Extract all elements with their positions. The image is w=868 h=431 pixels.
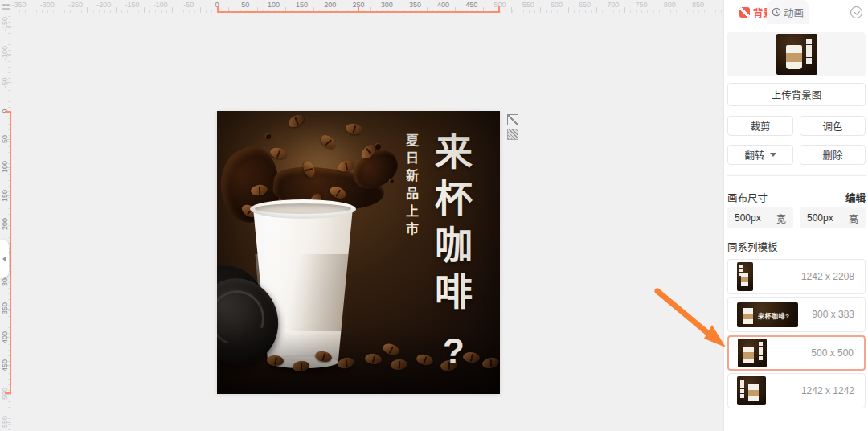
coffee-bean bbox=[364, 353, 383, 366]
hatched-square-icon[interactable] bbox=[507, 129, 518, 140]
ruler-label: -50 bbox=[0, 77, 10, 88]
ruler-canvas-highlight-h bbox=[217, 11, 500, 13]
background-preview bbox=[727, 32, 866, 76]
template-size-label: 1242 x 1242 bbox=[801, 385, 854, 396]
cup-lid bbox=[217, 256, 276, 356]
coffee-bean bbox=[250, 183, 268, 196]
canvas-size-label: 画布尺寸 bbox=[727, 190, 768, 205]
canvas-size-edit-link[interactable]: 编辑 bbox=[845, 190, 866, 205]
ruler-label: 800 bbox=[664, 1, 676, 9]
upload-background-button[interactable]: 上传背景图 bbox=[727, 83, 866, 106]
cup-sleeve bbox=[253, 254, 353, 331]
ruler-label: -100 bbox=[0, 49, 10, 60]
template-thumbnail bbox=[738, 339, 767, 367]
divider bbox=[727, 175, 866, 176]
template-card-900x383[interactable]: 来杯咖啡? 900 x 383 bbox=[727, 297, 866, 332]
ruler-label: 500 bbox=[493, 1, 506, 9]
template-thumbnail bbox=[737, 376, 766, 405]
poster-title[interactable]: 来杯咖啡 bbox=[432, 132, 469, 318]
ruler-label: 700 bbox=[607, 1, 619, 9]
same-series-templates-label: 同系列模板 bbox=[727, 239, 778, 254]
crop-button[interactable]: 裁剪 bbox=[727, 116, 793, 136]
panel-collapse-handle[interactable] bbox=[0, 240, 9, 278]
ruler-label: -150 bbox=[125, 1, 139, 9]
ruler-label: 850 bbox=[692, 1, 704, 9]
template-size-label: 500 x 500 bbox=[811, 347, 854, 359]
canvas-width-value: 500px bbox=[735, 212, 761, 224]
poster-glow bbox=[217, 111, 410, 240]
coffee-bean bbox=[336, 158, 355, 174]
tab-animation-label: 动画 bbox=[784, 5, 804, 20]
ruler-label: -300 bbox=[40, 1, 55, 9]
ruler-toggle-icon[interactable] bbox=[0, 0, 11, 13]
ruler-label: -100 bbox=[154, 1, 168, 9]
canvas-height-input[interactable]: 500px 高 bbox=[800, 207, 866, 228]
ruler-label: -200 bbox=[96, 1, 111, 9]
coffee-bean bbox=[462, 351, 480, 363]
coffee-bean bbox=[481, 356, 500, 370]
coffee-bean bbox=[337, 356, 356, 371]
ruler-label: 50 bbox=[241, 1, 249, 9]
coffee-bean bbox=[390, 359, 407, 371]
ruler-label: 550 bbox=[522, 1, 534, 9]
ruler-label: 300 bbox=[381, 1, 393, 9]
ruler-label: 600 bbox=[551, 1, 563, 9]
coffee-bean bbox=[266, 355, 284, 367]
collapse-panel-button[interactable] bbox=[850, 6, 862, 18]
template-card-500x500[interactable]: 500 x 500 bbox=[727, 335, 866, 371]
poster-question-mark[interactable]: ? bbox=[443, 331, 465, 371]
ruler-label: 750 bbox=[635, 1, 647, 9]
chevron-left-icon bbox=[2, 256, 6, 262]
ruler-label: 200 bbox=[324, 1, 336, 9]
delete-button[interactable]: 删除 bbox=[800, 145, 866, 165]
template-thumbnail: 来杯咖啡? bbox=[737, 302, 798, 327]
ruler-label: -250 bbox=[68, 1, 83, 9]
coffee-bean bbox=[292, 360, 310, 373]
template-card-1242x1242[interactable]: 1242 x 1242 bbox=[727, 373, 866, 408]
coffee-bean bbox=[269, 146, 289, 161]
background-icon bbox=[739, 7, 750, 18]
coffee-bean bbox=[286, 113, 306, 130]
canvas-width-input[interactable]: 500px 宽 bbox=[727, 207, 793, 228]
background-thumbnail bbox=[776, 34, 817, 75]
flip-button-label: 翻转 bbox=[744, 147, 764, 162]
coffee-bean bbox=[314, 350, 333, 363]
clock-icon bbox=[772, 7, 781, 17]
panel-tabstrip: 背景 动画 bbox=[724, 0, 868, 24]
ruler-label: 100 bbox=[268, 1, 280, 9]
poster-steam bbox=[265, 111, 378, 216]
tab-animation[interactable]: 动画 bbox=[767, 0, 809, 24]
coffee-bean bbox=[240, 203, 260, 220]
ruler-label: 650 bbox=[579, 1, 591, 9]
canvas-height-value: 500px bbox=[807, 212, 833, 224]
paper-cup bbox=[250, 207, 356, 365]
ruler-label: 350 bbox=[409, 1, 421, 9]
color-adjust-button[interactable]: 调色 bbox=[800, 116, 866, 136]
flip-button[interactable]: 翻转 bbox=[727, 145, 793, 165]
coffee-splash bbox=[272, 163, 386, 215]
diagonal-square-icon[interactable] bbox=[507, 114, 518, 125]
canvas[interactable]: 来杯咖啡 ? 夏日新品上市 bbox=[217, 111, 500, 394]
ruler-label: 400 bbox=[437, 1, 449, 9]
ruler-label: 550 bbox=[0, 417, 10, 428]
ruler-label: -150 bbox=[0, 20, 10, 31]
ruler-label: -50 bbox=[183, 1, 194, 9]
coffee-bean bbox=[328, 184, 348, 201]
coffee-bean bbox=[358, 142, 378, 161]
canvas-width-suffix: 宽 bbox=[776, 211, 786, 225]
chevron-down-icon bbox=[853, 8, 859, 14]
coffee-bean bbox=[345, 122, 363, 135]
coffee-splash bbox=[347, 144, 404, 195]
coffee-bean bbox=[440, 359, 458, 371]
template-card-1242x2208[interactable]: 1242 x 2208 bbox=[727, 259, 866, 294]
template-size-label: 1242 x 2208 bbox=[801, 271, 854, 282]
cup-shadow bbox=[238, 359, 381, 380]
poster-floor-shade bbox=[217, 331, 500, 394]
template-thumbnail bbox=[737, 262, 753, 291]
properties-panel: 背景 动画 上传背景图 裁剪 调色 翻转 删除 画布尺寸 编辑 500px 宽 … bbox=[723, 0, 868, 431]
template-size-label: 900 x 383 bbox=[812, 309, 854, 320]
poster-subtitle[interactable]: 夏日新品上市 bbox=[401, 133, 420, 240]
cup-rim bbox=[250, 199, 356, 219]
coffee-bean bbox=[301, 159, 317, 179]
coffee-bean bbox=[307, 191, 325, 211]
